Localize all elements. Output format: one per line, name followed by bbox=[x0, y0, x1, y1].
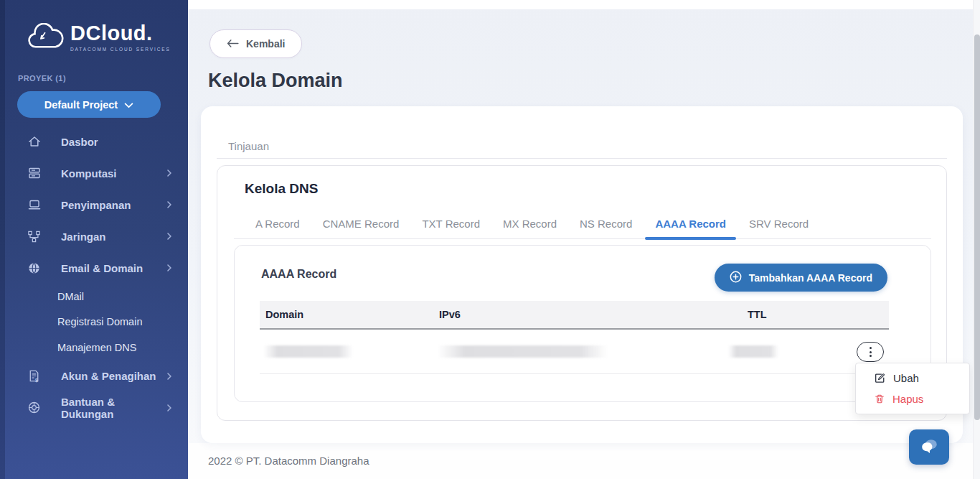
sidebar-item-label: Penyimpanan bbox=[61, 199, 166, 211]
row-actions-button[interactable] bbox=[857, 342, 884, 362]
storage-icon bbox=[27, 197, 42, 212]
sidebar-item-label: Dasbor bbox=[61, 136, 172, 148]
table-header-row: Domain IPv6 TTL bbox=[260, 301, 889, 330]
sidebar: DCloud. DATACOMM CLOUD SERVICES PROYEK (… bbox=[0, 0, 188, 479]
sidebar-item-label: Bantuan & Dukungan bbox=[61, 396, 166, 420]
sidebar-item-penyimpanan[interactable]: Penyimpanan bbox=[0, 189, 188, 220]
compute-icon bbox=[27, 166, 42, 180]
domain-card: Tinjauan Kelola DNS A Record CNAME Recor… bbox=[201, 106, 963, 443]
sidebar-item-email-domain[interactable]: Email & Domain bbox=[0, 252, 188, 284]
tab-ns-record[interactable]: NS Record bbox=[570, 210, 642, 238]
edit-icon bbox=[875, 373, 885, 383]
chat-button[interactable] bbox=[909, 429, 949, 465]
add-button-label: Tambahkan AAAA Record bbox=[749, 272, 872, 284]
tab-a-record[interactable]: A Record bbox=[245, 210, 310, 238]
sidebar-item-bantuan-dukungan[interactable]: Bantuan & Dukungan bbox=[0, 392, 188, 424]
chevron-right-icon bbox=[166, 404, 172, 412]
cloud-logo-icon bbox=[26, 23, 65, 52]
dns-card-title: Kelola DNS bbox=[245, 181, 318, 197]
redacted-cell-domain bbox=[263, 345, 353, 358]
column-header-ipv6: IPv6 bbox=[439, 309, 748, 320]
sidebar-subitem-registrasi-domain[interactable]: Registrasi Domain bbox=[0, 310, 188, 335]
menu-item-hapus[interactable]: Hapus bbox=[856, 390, 969, 409]
scrollbar-thumb[interactable] bbox=[974, 34, 980, 420]
logo: DCloud. DATACOMM CLOUD SERVICES bbox=[26, 23, 171, 52]
sidebar-item-komputasi[interactable]: Komputasi bbox=[0, 157, 188, 189]
kebab-icon bbox=[870, 347, 872, 349]
top-strip bbox=[188, 0, 980, 9]
chevron-down-icon bbox=[124, 99, 133, 111]
tab-cname-record[interactable]: CNAME Record bbox=[313, 210, 410, 238]
back-arrow-icon bbox=[227, 38, 239, 50]
tab-srv-record[interactable]: SRV Record bbox=[739, 210, 819, 238]
brand-name: DCloud. bbox=[70, 23, 171, 44]
sidebar-subitem-manajemen-dns[interactable]: Manajemen DNS bbox=[0, 335, 188, 361]
app-root: DCloud. DATACOMM CLOUD SERVICES PROYEK (… bbox=[0, 0, 980, 479]
chevron-right-icon bbox=[166, 264, 172, 272]
svg-text:$: $ bbox=[35, 378, 38, 383]
row-context-menu: Ubah Hapus bbox=[855, 363, 970, 414]
column-header-ttl: TTL bbox=[748, 309, 889, 320]
divider bbox=[217, 158, 947, 159]
project-selector[interactable]: Default Project bbox=[17, 91, 161, 118]
sidebar-item-dasbor[interactable]: Dasbor bbox=[0, 126, 188, 157]
column-header-domain: Domain bbox=[260, 309, 439, 320]
billing-icon: $ bbox=[27, 369, 42, 383]
chat-icon bbox=[918, 437, 940, 457]
tab-mx-record[interactable]: MX Record bbox=[493, 210, 567, 238]
back-button-label: Kembali bbox=[246, 38, 285, 50]
project-section-label: PROYEK (1) bbox=[18, 74, 66, 83]
sidebar-subitem-dmail[interactable]: DMail bbox=[0, 284, 188, 310]
page-title: Kelola Domain bbox=[208, 70, 343, 92]
chevron-right-icon bbox=[166, 232, 172, 241]
table-row bbox=[260, 330, 889, 374]
tab-txt-record[interactable]: TXT Record bbox=[412, 210, 490, 238]
redacted-cell-ipv6 bbox=[438, 345, 608, 358]
add-aaaa-record-button[interactable]: Tambahkan AAAA Record bbox=[715, 264, 887, 292]
sidebar-item-label: Komputasi bbox=[61, 167, 166, 180]
dns-record-tabs: A Record CNAME Record TXT Record MX Reco… bbox=[234, 210, 931, 239]
chevron-right-icon bbox=[166, 169, 172, 177]
sidebar-item-label: Email & Domain bbox=[61, 262, 166, 274]
menu-item-label: Hapus bbox=[892, 393, 923, 405]
globe-icon bbox=[27, 261, 42, 275]
project-selector-label: Default Project bbox=[44, 99, 118, 111]
network-icon bbox=[27, 229, 42, 243]
sidebar-item-akun-penagihan[interactable]: $ Akun & Penagihan bbox=[0, 361, 188, 392]
plus-circle-icon bbox=[730, 271, 742, 285]
main-content: Kembali Kelola Domain Tinjauan Kelola DN… bbox=[188, 0, 980, 479]
menu-item-ubah[interactable]: Ubah bbox=[856, 368, 969, 387]
section-title: AAAA Record bbox=[261, 268, 336, 281]
chevron-right-icon bbox=[166, 372, 172, 381]
home-icon bbox=[27, 134, 42, 149]
sidebar-item-jaringan[interactable]: Jaringan bbox=[0, 220, 188, 252]
aaaa-record-table: Domain IPv6 TTL bbox=[260, 301, 889, 374]
back-button[interactable]: Kembali bbox=[209, 29, 302, 58]
redacted-cell-ttl bbox=[728, 345, 778, 358]
sidebar-item-label: Jaringan bbox=[61, 231, 166, 243]
scrollbar-track[interactable] bbox=[973, 0, 980, 479]
brand-tagline: DATACOMM CLOUD SERVICES bbox=[70, 47, 171, 52]
chevron-right-icon bbox=[166, 200, 172, 209]
support-icon bbox=[27, 401, 42, 415]
copyright-text: 2022 © PT. Datacomm Diangraha bbox=[208, 455, 369, 467]
sidebar-nav: Dasbor Komputasi Penyimpanan bbox=[0, 126, 188, 424]
sidebar-item-label: Akun & Penagihan bbox=[61, 370, 166, 382]
aaaa-record-panel: AAAA Record Tambahkan AAAA Record Domain… bbox=[234, 245, 931, 402]
dns-card: Kelola DNS A Record CNAME Record TXT Rec… bbox=[217, 165, 947, 421]
tab-tinjauan[interactable]: Tinjauan bbox=[228, 140, 269, 152]
tab-aaaa-record[interactable]: AAAA Record bbox=[645, 210, 736, 238]
trash-icon bbox=[875, 394, 885, 404]
menu-item-label: Ubah bbox=[893, 372, 919, 384]
